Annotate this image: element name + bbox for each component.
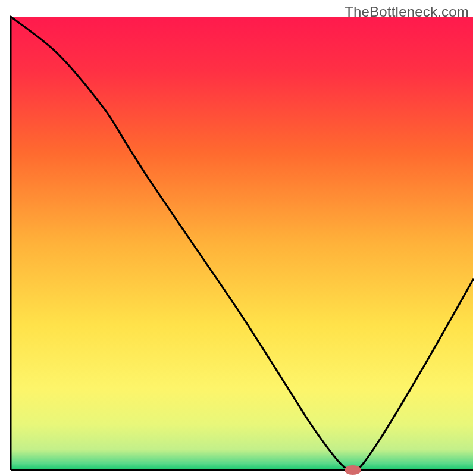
watermark-text: TheBottleneck.com: [345, 4, 469, 20]
optimum-marker: [345, 465, 361, 475]
chart-container: TheBottleneck.com: [0, 0, 476, 476]
chart-svg: [0, 0, 476, 476]
